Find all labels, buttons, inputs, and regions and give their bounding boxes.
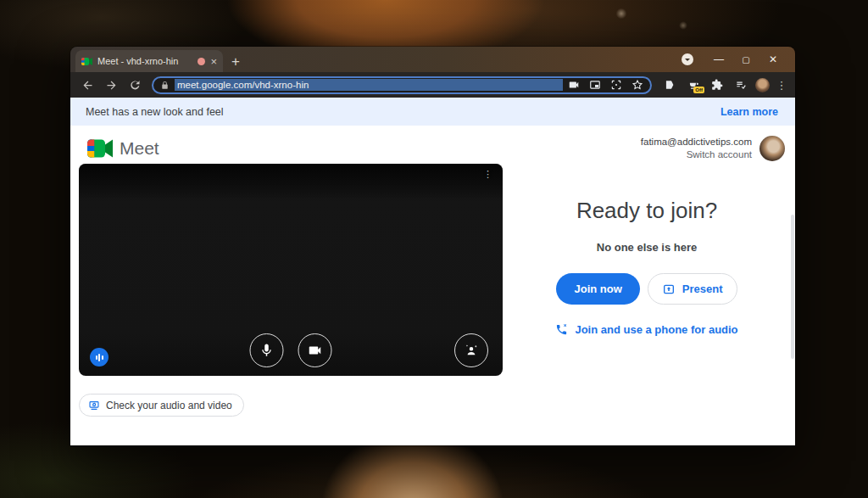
switch-account-link[interactable]: Switch account: [641, 148, 752, 161]
address-bar[interactable]: meet.google.com/vhd-xrno-hin: [152, 76, 652, 94]
browser-menu-icon[interactable]: ⋮: [775, 79, 788, 92]
video-top-gradient: [79, 164, 503, 199]
participants-status: No one else is here: [510, 241, 783, 254]
minimize-button[interactable]: —: [705, 47, 732, 72]
lock-icon[interactable]: [160, 81, 170, 90]
extension-off-button[interactable]: Off: [684, 76, 703, 94]
browser-toolbar: meet.google.com/vhd-xrno-hin Off: [70, 72, 795, 98]
ready-to-join-title: Ready to join?: [510, 198, 783, 224]
learn-more-link[interactable]: Learn more: [721, 106, 778, 118]
back-arrow-icon: [81, 79, 94, 92]
meet-logo-icon: [87, 138, 113, 159]
bookmark-star-icon[interactable]: [632, 79, 643, 91]
meet-header: Meet fatima@addictivetips.com Switch acc…: [70, 126, 795, 161]
join-now-button[interactable]: Join now: [556, 273, 639, 305]
close-window-button[interactable]: ✕: [760, 47, 787, 72]
visual-effects-icon: [464, 343, 479, 358]
back-button[interactable]: [77, 75, 97, 95]
new-tab-button[interactable]: +: [231, 54, 240, 69]
microphone-button[interactable]: [250, 333, 284, 367]
visual-effects-button[interactable]: [454, 333, 488, 367]
page-viewport: Meet has a new look and feel Learn more …: [70, 98, 795, 445]
phone-audio-link[interactable]: Join and use a phone for audio: [510, 323, 783, 336]
meet-brand[interactable]: Meet: [87, 138, 159, 159]
notification-banner: Meet has a new look and feel Learn more: [70, 98, 795, 126]
page-scrollbar[interactable]: [791, 215, 794, 359]
videocam-icon: [308, 343, 323, 358]
account-avatar[interactable]: [760, 136, 785, 161]
browser-tab[interactable]: Meet - vhd-xrno-hin ×: [75, 50, 223, 72]
present-button[interactable]: Present: [648, 273, 737, 305]
check-audio-video-button[interactable]: Check your audio and video: [79, 394, 244, 417]
video-preview: ⋮: [79, 164, 503, 376]
reading-list-button[interactable]: [732, 76, 750, 94]
address-bar-icons: [568, 79, 643, 91]
brand-name: Meet: [120, 138, 159, 159]
url-text[interactable]: meet.google.com/vhd-xrno-hin: [175, 79, 563, 91]
audio-level-indicator-icon: [90, 348, 108, 367]
media-recording-indicator: [198, 58, 205, 65]
tab-title: Meet - vhd-xrno-hin: [97, 56, 192, 66]
profile-avatar[interactable]: [755, 78, 770, 92]
av-controls: [250, 333, 332, 367]
forward-arrow-icon: [105, 79, 118, 92]
label-note-icon: [664, 79, 676, 91]
join-panel: Ready to join? No one else is here Join …: [510, 198, 783, 336]
account-area: fatima@addictivetips.com Switch account: [641, 136, 785, 161]
puzzle-icon: [711, 79, 723, 91]
picture-in-picture-icon[interactable]: [589, 79, 601, 91]
status-badge-icon[interactable]: [682, 53, 693, 65]
check-audio-video-label: Check your audio and video: [106, 400, 232, 411]
meet-favicon-icon: [81, 57, 92, 66]
tab-close-icon[interactable]: ×: [210, 56, 217, 67]
device-check-icon: [88, 400, 100, 411]
titlebar: Meet - vhd-xrno-hin × + — ▢ ✕: [70, 47, 795, 72]
microphone-icon: [259, 343, 275, 358]
forward-button[interactable]: [101, 75, 121, 95]
maximize-button[interactable]: ▢: [732, 47, 760, 72]
account-text: fatima@addictivetips.com Switch account: [641, 136, 752, 161]
off-badge: Off: [693, 87, 704, 93]
video-options-icon[interactable]: ⋮: [483, 169, 492, 180]
window-controls: — ▢ ✕: [682, 47, 787, 72]
present-button-label: Present: [682, 283, 723, 295]
present-to-meeting-icon: [662, 283, 676, 296]
reload-button[interactable]: [125, 75, 145, 95]
camera-in-use-icon[interactable]: [568, 79, 580, 91]
phone-audio-label: Join and use a phone for audio: [575, 323, 737, 336]
camera-button[interactable]: [298, 333, 332, 367]
browser-window: Meet - vhd-xrno-hin × + — ▢ ✕ meet.googl…: [70, 47, 795, 445]
corner-brackets-icon[interactable]: [610, 79, 622, 91]
join-actions: Join now Present: [510, 273, 783, 305]
reading-list-icon: [735, 79, 747, 91]
phone-audio-icon: [555, 323, 568, 336]
banner-message: Meet has a new look and feel: [86, 106, 224, 118]
extensions-area: Off ⋮: [659, 76, 788, 94]
reload-icon: [129, 79, 142, 92]
note-extension-button[interactable]: [660, 76, 679, 94]
account-email: fatima@addictivetips.com: [641, 136, 752, 148]
extensions-menu-button[interactable]: [708, 76, 726, 94]
